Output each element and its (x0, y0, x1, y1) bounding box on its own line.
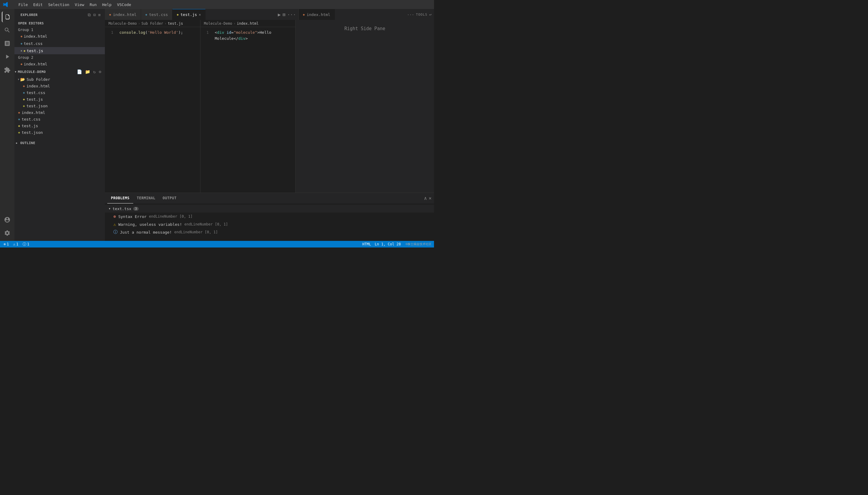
left-editor-actions: ▶ ⊞ ··· (276, 12, 298, 17)
group-1-label[interactable]: Group 1 (15, 27, 105, 33)
code-log: log (138, 30, 145, 35)
split-editor-icon[interactable]: ⊞ (282, 12, 285, 17)
right-breadcrumb: Molecule-Demo › index.html (201, 20, 296, 27)
new-folder-icon[interactable]: 📁 (84, 69, 91, 75)
line-numbers: 1 (105, 30, 117, 190)
tree-item-index-html[interactable]: ◈ index.html (15, 83, 105, 89)
more-actions-icon[interactable]: ··· (287, 12, 296, 17)
tree-item-name: index.html (27, 84, 50, 88)
account-activity-icon[interactable] (2, 214, 13, 225)
menu-view[interactable]: View (72, 2, 87, 7)
refresh-icon[interactable]: ↻ (92, 69, 97, 75)
tree-item-test-js[interactable]: ◈ test.js (15, 96, 105, 102)
menu-edit[interactable]: Edit (31, 2, 45, 7)
tab-problems[interactable]: PROBLEMS (107, 193, 133, 204)
problem-group-header[interactable]: ▾ text.tsx 3 (105, 205, 434, 212)
menu-run[interactable]: Run (87, 2, 99, 7)
tab-test-js[interactable]: ◈ test.js × (172, 9, 206, 20)
menu-file[interactable]: File (16, 2, 30, 7)
tab-close-icon[interactable]: × (199, 13, 201, 17)
error-icon: ⊗ (113, 214, 116, 219)
collapse-all-icon[interactable]: ≡ (98, 12, 101, 18)
line-num-1: 1 (110, 30, 113, 36)
back-icon[interactable]: ↩ (429, 12, 432, 17)
file-name: test.js (27, 49, 44, 53)
info-status[interactable]: ⓘ 1 (21, 242, 31, 247)
problem-warning-item[interactable]: ⚠ Warning, useless variables! endLineNum… (105, 220, 434, 228)
breadcrumb-folder: Sub Folder (141, 21, 163, 25)
tabs-bar: ◈ index.html ◈ test.css ◈ test.js × ▶ ⊞ … (105, 9, 434, 20)
search-activity-icon[interactable] (2, 25, 13, 36)
chevron-down-icon: ▾ (108, 206, 110, 211)
outline-header[interactable]: ▸ Outline (15, 139, 105, 147)
open-editor-group2-index-html[interactable]: ◈ index.html (15, 60, 105, 68)
tree-item-test-json[interactable]: ◈ test.json (15, 102, 105, 109)
open-editor-test-js[interactable]: × ◈ test.js (15, 47, 105, 54)
editor-area: ◈ index.html ◈ test.css ◈ test.js × ▶ ⊞ … (105, 9, 434, 241)
tab-test-css[interactable]: ◈ test.css (141, 9, 172, 20)
watermark-text: ©株士揭金技术社区 (406, 242, 432, 246)
more-actions-right-icon[interactable]: ··· (407, 12, 414, 17)
open-editor-index-html[interactable]: ◈ index.html (15, 33, 105, 40)
right-line-numbers: 1 (201, 30, 212, 190)
code-paren-close: ); (178, 30, 183, 35)
problem-detail: endLineNumber [0, 1] (149, 214, 193, 219)
run-icon[interactable]: ▶ (278, 12, 281, 17)
group-2-label[interactable]: Group 2 (15, 54, 105, 60)
outline-header-left: ▸ Outline (16, 141, 35, 145)
open-editor-test-css[interactable]: ◈ test.css (15, 40, 105, 47)
sidebar-header: Explorer ⧉ ⊡ ≡ (15, 9, 105, 20)
copy-icon[interactable]: ⧉ (87, 12, 91, 18)
activity-bar (0, 9, 15, 241)
tab-terminal[interactable]: TERMINAL (133, 193, 159, 204)
tools-label[interactable]: TOOLS (416, 13, 427, 17)
folder-header-left: ▾ Molecule-Demo (15, 70, 46, 74)
right-editor-content[interactable]: 1 <div id="molecule">Hello Molecule</div… (201, 27, 296, 193)
settings-activity-icon[interactable] (2, 227, 13, 238)
right-breadcrumb-file: index.html (237, 21, 259, 25)
tree-item-root-css[interactable]: ◈ test.css (15, 116, 105, 122)
folder-title: Molecule-Demo (18, 70, 46, 74)
split-icon[interactable]: ⊡ (92, 12, 96, 18)
tab-output[interactable]: OUTPUT (159, 193, 180, 204)
left-editor-panel: Molecule-Demo › Sub Folder › test.js 1 c… (105, 20, 200, 193)
menu-vscode[interactable]: VSCode (115, 2, 134, 7)
debug-activity-icon[interactable] (2, 51, 13, 62)
js-icon: ◈ (23, 49, 25, 53)
tree-item-root-index[interactable]: ◈ index.html (15, 109, 105, 116)
tree-item-name: test.js (27, 97, 43, 102)
position-status[interactable]: Ln 1, Col 28 (374, 242, 402, 246)
tree-item-root-json[interactable]: ◈ test.json (15, 129, 105, 136)
warnings-status[interactable]: ⚠ 1 (12, 242, 19, 246)
sidebar-title: Explorer (20, 13, 38, 17)
tree-item-name: test.js (22, 124, 38, 128)
explorer-activity-icon[interactable] (2, 12, 13, 22)
left-editor-content[interactable]: 1 console.log('Hello World'); (105, 27, 200, 193)
problem-error-item[interactable]: ⊗ Syntax Error endLineNumber [0, 1] (105, 212, 434, 220)
css-tab-icon: ◈ (145, 13, 147, 17)
extensions-activity-icon[interactable] (2, 65, 13, 75)
collapse-icon[interactable]: ⊖ (98, 69, 103, 75)
menu-help[interactable]: Help (100, 2, 114, 7)
open-editors-label[interactable]: Open Editors (15, 20, 105, 27)
code-string: 'Hello World' (148, 30, 178, 35)
menu-selection[interactable]: Selection (46, 2, 72, 7)
tree-item-root-js[interactable]: ◈ test.js (15, 122, 105, 129)
status-right: HTML Ln 1, Col 28 ©株士揭金技术社区 (361, 242, 432, 246)
tab-right-index-html[interactable]: ◈ index.html (299, 9, 335, 20)
tab-index-html[interactable]: ◈ index.html (105, 9, 141, 20)
collapse-panel-icon[interactable]: ∧ (424, 195, 427, 201)
folder-header[interactable]: ▾ Molecule-Demo 📄 📁 ↻ ⊖ (15, 68, 105, 76)
sub-folder-item[interactable]: ▾ 📂 Sub Folder (15, 76, 105, 83)
new-file-icon[interactable]: 📄 (76, 69, 83, 75)
errors-status[interactable]: ⊗ 1 (2, 242, 10, 246)
close-panel-icon[interactable]: × (429, 195, 432, 201)
tree-item-test-css[interactable]: ◈ test.css (15, 89, 105, 96)
breadcrumb-sep-1: › (138, 21, 140, 25)
html-tab-icon: ◈ (303, 13, 305, 17)
source-control-activity-icon[interactable] (2, 38, 13, 49)
language-status[interactable]: HTML (361, 242, 372, 246)
problem-info-item[interactable]: ⓘ Just a normal message! endLineNumber [… (105, 228, 434, 236)
breadcrumb-file: test.js (168, 21, 183, 25)
json-file-icon: ◈ (18, 131, 20, 134)
